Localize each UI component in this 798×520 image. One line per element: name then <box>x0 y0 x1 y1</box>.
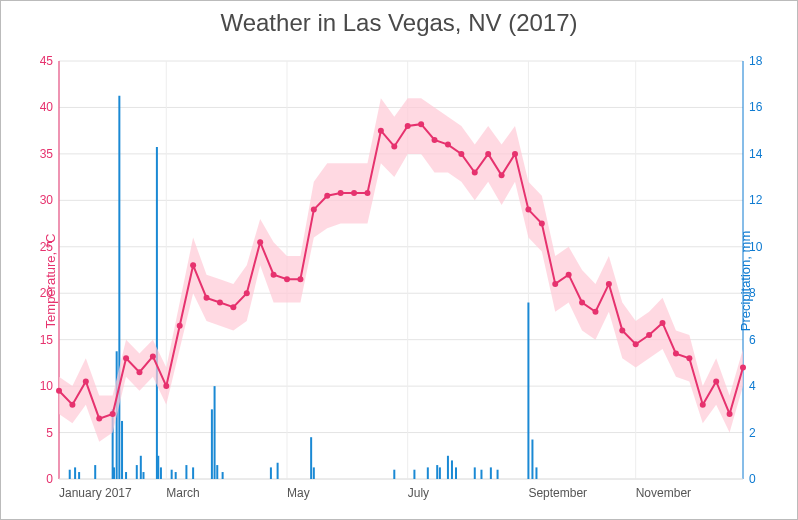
svg-point-123 <box>525 207 531 213</box>
svg-text:14: 14 <box>749 147 763 161</box>
chart-svg: 051015202530354045024681012141618January… <box>1 43 798 520</box>
svg-text:6: 6 <box>749 333 756 347</box>
svg-text:45: 45 <box>40 54 54 68</box>
svg-point-101 <box>230 304 236 310</box>
svg-point-126 <box>566 272 572 278</box>
svg-point-134 <box>673 351 679 357</box>
svg-text:2: 2 <box>749 426 756 440</box>
svg-point-111 <box>364 190 370 196</box>
svg-point-98 <box>190 262 196 268</box>
svg-point-114 <box>405 123 411 129</box>
svg-text:5: 5 <box>46 426 53 440</box>
svg-point-125 <box>552 281 558 287</box>
svg-point-124 <box>539 221 545 227</box>
chart-frame: Weather in Las Vegas, NV (2017) Temperat… <box>0 0 798 520</box>
svg-point-109 <box>338 190 344 196</box>
svg-point-135 <box>686 355 692 361</box>
svg-text:March: March <box>166 486 199 500</box>
svg-point-136 <box>700 402 706 408</box>
svg-point-93 <box>123 355 129 361</box>
svg-text:30: 30 <box>40 193 54 207</box>
svg-text:July: July <box>408 486 429 500</box>
svg-point-89 <box>69 402 75 408</box>
svg-point-131 <box>633 341 639 347</box>
y-left-axis-label: Temperature, °C <box>43 234 58 329</box>
svg-point-130 <box>619 327 625 333</box>
svg-text:12: 12 <box>749 193 763 207</box>
svg-point-103 <box>257 239 263 245</box>
svg-point-112 <box>378 128 384 134</box>
svg-point-121 <box>499 172 505 178</box>
svg-point-118 <box>458 151 464 157</box>
svg-point-106 <box>297 276 303 282</box>
svg-point-92 <box>110 411 116 417</box>
svg-text:16: 16 <box>749 100 763 114</box>
svg-point-104 <box>271 272 277 278</box>
svg-point-138 <box>727 411 733 417</box>
svg-point-108 <box>324 193 330 199</box>
svg-point-88 <box>56 388 62 394</box>
svg-point-100 <box>217 300 223 306</box>
svg-point-99 <box>204 295 210 301</box>
svg-point-96 <box>163 383 169 389</box>
svg-text:November: November <box>636 486 691 500</box>
svg-point-117 <box>445 142 451 148</box>
chart-title: Weather in Las Vegas, NV (2017) <box>1 1 797 37</box>
svg-point-107 <box>311 207 317 213</box>
svg-point-122 <box>512 151 518 157</box>
y-right-axis-label: Precipitation, mm <box>737 231 752 331</box>
plot-area: Temperature, °C Precipitation, mm 051015… <box>1 43 797 519</box>
svg-text:0: 0 <box>749 472 756 486</box>
svg-point-137 <box>713 378 719 384</box>
svg-text:18: 18 <box>749 54 763 68</box>
svg-point-102 <box>244 290 250 296</box>
svg-text:September: September <box>528 486 587 500</box>
svg-point-116 <box>432 137 438 143</box>
svg-point-127 <box>579 300 585 306</box>
svg-point-113 <box>391 143 397 149</box>
svg-point-132 <box>646 332 652 338</box>
svg-point-119 <box>472 169 478 175</box>
svg-text:40: 40 <box>40 100 54 114</box>
svg-text:May: May <box>287 486 310 500</box>
svg-point-120 <box>485 151 491 157</box>
svg-point-97 <box>177 323 183 329</box>
svg-text:10: 10 <box>40 379 54 393</box>
svg-point-115 <box>418 121 424 127</box>
svg-point-94 <box>136 369 142 375</box>
svg-point-91 <box>96 416 102 422</box>
svg-point-129 <box>606 281 612 287</box>
svg-text:35: 35 <box>40 147 54 161</box>
svg-text:4: 4 <box>749 379 756 393</box>
svg-text:January 2017: January 2017 <box>59 486 132 500</box>
svg-point-95 <box>150 353 156 359</box>
svg-point-90 <box>83 378 89 384</box>
svg-point-139 <box>740 365 746 371</box>
svg-point-133 <box>660 320 666 326</box>
svg-point-110 <box>351 190 357 196</box>
svg-point-105 <box>284 276 290 282</box>
svg-text:15: 15 <box>40 333 54 347</box>
svg-point-128 <box>592 309 598 315</box>
svg-text:0: 0 <box>46 472 53 486</box>
